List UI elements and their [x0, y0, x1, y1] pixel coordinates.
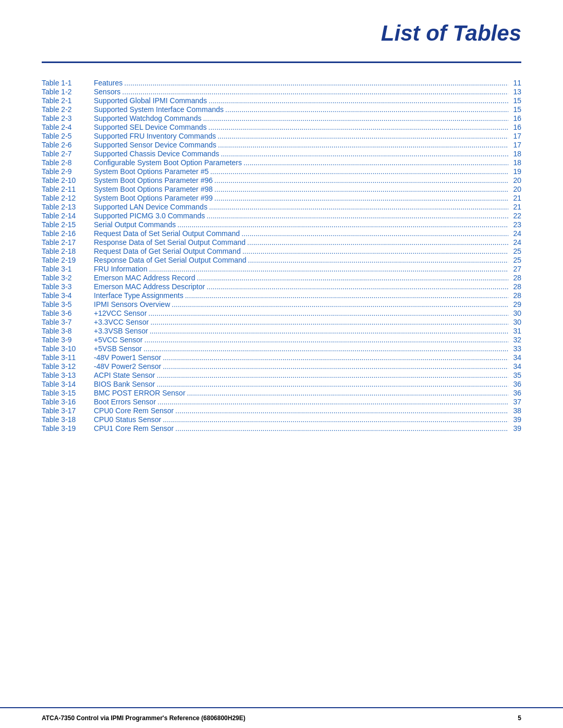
toc-dots: ........................................…	[241, 247, 508, 255]
toc-dots: ........................................…	[213, 194, 508, 202]
toc-row[interactable]: Table 3-3Emerson MAC Address Descriptor …	[42, 282, 521, 291]
toc-label: Table 3-17	[42, 406, 94, 415]
toc-row[interactable]: Table 2-15Serial Output Commands .......…	[42, 220, 521, 229]
toc-dots: ........................................…	[176, 220, 508, 229]
toc-page: 16	[508, 123, 521, 131]
toc-row[interactable]: Table 3-17CPU0 Core Rem Sensor .........…	[42, 406, 521, 415]
toc-label: Table 3-5	[42, 300, 94, 309]
toc-row[interactable]: Table 2-7Supported Chassis Device Comman…	[42, 150, 521, 158]
toc-title: FRU Information	[94, 265, 148, 273]
toc-row[interactable]: Table 3-13ACPI State Sensor ............…	[42, 371, 521, 379]
toc-row[interactable]: Table 1-2Sensors .......................…	[42, 88, 521, 96]
toc-title: +5VSB Sensor	[94, 344, 142, 353]
toc-title: CPU0 Core Rem Sensor	[94, 406, 174, 415]
toc-row[interactable]: Table 3-6+12VCC Sensor .................…	[42, 309, 521, 317]
toc-dots: ........................................…	[143, 336, 508, 344]
toc-row[interactable]: Table 2-4Supported SEL Device Commands .…	[42, 123, 521, 131]
toc-dots: ........................................…	[216, 141, 508, 149]
toc-row[interactable]: Table 3-4Interface Type Assignments ....…	[42, 291, 521, 300]
toc-row[interactable]: Table 2-2Supported System Interface Comm…	[42, 105, 521, 114]
toc-page: 31	[508, 327, 521, 335]
toc-title: Emerson MAC Address Record	[94, 274, 195, 282]
toc-label: Table 2-16	[42, 229, 94, 238]
toc-title: Supported LAN Device Commands	[94, 203, 207, 211]
toc-page: 30	[508, 309, 521, 317]
toc-row[interactable]: Table 2-18Request Data of Get Serial Out…	[42, 247, 521, 255]
toc-label: Table 3-1	[42, 265, 94, 273]
toc-row[interactable]: Table 3-1FRU Information ...............…	[42, 265, 521, 273]
toc-row[interactable]: Table 3-12-48V Power2 Sensor ...........…	[42, 362, 521, 371]
toc-title: ACPI State Sensor	[94, 371, 155, 379]
toc-title: Supported Watchdog Commands	[94, 114, 201, 122]
toc-title: Interface Type Assignments	[94, 291, 183, 300]
toc-title: -48V Power1 Sensor	[94, 353, 161, 362]
toc-row[interactable]: Table 2-3Supported Watchdog Commands ...…	[42, 114, 521, 122]
toc-label: Table 3-13	[42, 371, 94, 379]
toc-row[interactable]: Table 2-16Request Data of Set Serial Out…	[42, 229, 521, 238]
toc-row[interactable]: Table 3-5IPMI Sensors Overview .........…	[42, 300, 521, 309]
toc-page: 28	[508, 282, 521, 291]
toc-title: Response Data of Set Serial Output Comma…	[94, 238, 246, 246]
toc-dots: ........................................…	[161, 362, 508, 371]
toc-dots: ........................................…	[149, 318, 508, 326]
toc-row[interactable]: Table 3-14BIOS Bank Sensor .............…	[42, 380, 521, 388]
toc-title: BMC POST ERROR Sensor	[94, 389, 186, 397]
toc-label: Table 3-12	[42, 362, 94, 371]
toc-row[interactable]: Table 2-11System Boot Options Parameter …	[42, 185, 521, 193]
toc-title: Features	[94, 79, 123, 87]
toc-row[interactable]: Table 2-6Supported Sensor Device Command…	[42, 141, 521, 149]
toc-label: Table 3-4	[42, 291, 94, 300]
toc-page: 16	[508, 114, 521, 122]
toc-row[interactable]: Table 2-13Supported LAN Device Commands …	[42, 203, 521, 211]
content-area: List of Tables Table 1-1Features .......…	[0, 0, 563, 707]
toc-title: Supported Global IPMI Commands	[94, 96, 207, 105]
toc-row[interactable]: Table 2-12System Boot Options Parameter …	[42, 194, 521, 202]
toc-label: Table 2-7	[42, 150, 94, 158]
toc-row[interactable]: Table 3-11-48V Power1 Sensor ...........…	[42, 353, 521, 362]
toc-label: Table 3-7	[42, 318, 94, 326]
top-rule	[42, 61, 521, 63]
toc-label: Table 3-3	[42, 282, 94, 291]
toc-title: System Boot Options Parameter #99	[94, 194, 213, 202]
toc-page: 24	[508, 229, 521, 238]
toc-row[interactable]: Table 2-5Supported FRU Inventory Command…	[42, 132, 521, 140]
toc-row[interactable]: Table 2-19Response Data of Get Serial Ou…	[42, 256, 521, 264]
toc-label: Table 3-19	[42, 424, 94, 433]
toc-row[interactable]: Table 2-17Response Data of Set Serial Ou…	[42, 238, 521, 246]
toc-page: 24	[508, 238, 521, 246]
toc-row[interactable]: Table 3-2Emerson MAC Address Record ....…	[42, 274, 521, 282]
toc-label: Table 2-6	[42, 141, 94, 149]
toc-row[interactable]: Table 3-19CPU1 Core Rem Sensor .........…	[42, 424, 521, 433]
toc-row[interactable]: Table 3-16Boot Errors Sensor ...........…	[42, 398, 521, 406]
page: List of Tables Table 1-1Features .......…	[0, 0, 563, 728]
toc-label: Table 3-9	[42, 336, 94, 344]
toc-page: 20	[508, 185, 521, 193]
toc-page: 18	[508, 150, 521, 158]
toc-row[interactable]: Table 3-10+5VSB Sensor .................…	[42, 344, 521, 353]
toc-row[interactable]: Table 3-9+5VCC Sensor ..................…	[42, 336, 521, 344]
toc-title: System Boot Options Parameter #96	[94, 176, 213, 184]
toc-label: Table 2-18	[42, 247, 94, 255]
toc-row[interactable]: Table 2-9System Boot Options Parameter #…	[42, 167, 521, 176]
toc-label: Table 2-19	[42, 256, 94, 264]
toc-row[interactable]: Table 3-18CPU0 Status Sensor ...........…	[42, 415, 521, 424]
toc-row[interactable]: Table 2-10System Boot Options Parameter …	[42, 176, 521, 184]
toc-page: 22	[508, 212, 521, 220]
toc-row[interactable]: Table 2-8Configurable System Boot Option…	[42, 158, 521, 167]
toc-row[interactable]: Table 2-14Supported PICMG 3.0 Commands .…	[42, 212, 521, 220]
toc-title: Supported Sensor Device Commands	[94, 141, 216, 149]
toc-dots: ........................................…	[205, 212, 508, 220]
toc-row[interactable]: Table 1-1Features ......................…	[42, 79, 521, 87]
toc-dots: ........................................…	[123, 79, 508, 87]
toc-row[interactable]: Table 3-7+3.3VCC Sensor ................…	[42, 318, 521, 326]
toc-row[interactable]: Table 3-15BMC POST ERROR Sensor ........…	[42, 389, 521, 397]
toc-row[interactable]: Table 2-1Supported Global IPMI Commands …	[42, 96, 521, 105]
toc-label: Table 2-14	[42, 212, 94, 220]
toc-label: Table 3-6	[42, 309, 94, 317]
toc-title: IPMI Sensors Overview	[94, 300, 170, 309]
toc-dots: ........................................…	[246, 238, 508, 246]
toc-dots: ........................................…	[242, 158, 508, 167]
toc-title: System Boot Options Parameter #5	[94, 167, 209, 176]
toc-row[interactable]: Table 3-8+3.3VSB Sensor ................…	[42, 327, 521, 335]
toc-label: Table 2-15	[42, 220, 94, 229]
